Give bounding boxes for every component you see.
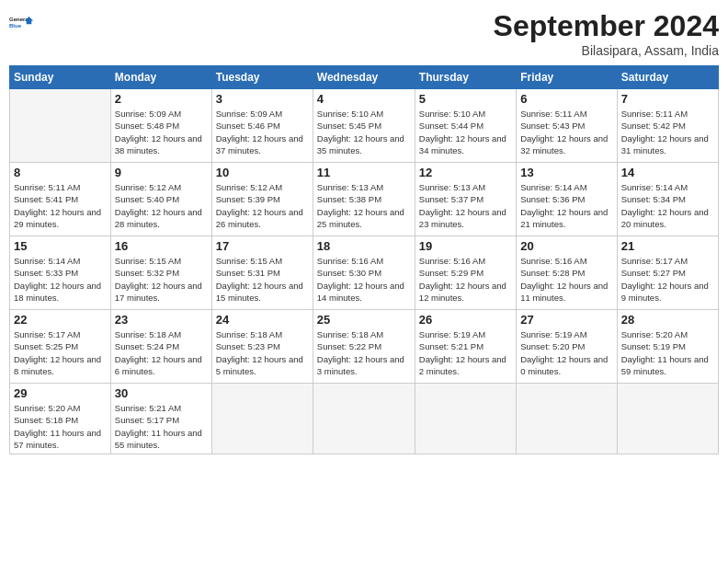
table-row: 29Sunrise: 5:20 AMSunset: 5:18 PMDayligh… xyxy=(10,384,719,454)
table-row: 22Sunrise: 5:17 AMSunset: 5:25 PMDayligh… xyxy=(10,310,719,384)
list-item: 18Sunrise: 5:16 AMSunset: 5:30 PMDayligh… xyxy=(313,236,415,310)
calendar-table: Sunday Monday Tuesday Wednesday Thursday… xyxy=(9,65,719,454)
col-saturday: Saturday xyxy=(617,66,718,89)
list-item: 11Sunrise: 5:13 AMSunset: 5:38 PMDayligh… xyxy=(313,163,415,236)
list-item: 7Sunrise: 5:11 AMSunset: 5:42 PMDaylight… xyxy=(617,89,718,163)
list-item: 21Sunrise: 5:17 AMSunset: 5:27 PMDayligh… xyxy=(617,236,718,310)
list-item: 27Sunrise: 5:19 AMSunset: 5:20 PMDayligh… xyxy=(517,310,617,384)
page-header: GeneralBlue September 2024 Bilasipara, A… xyxy=(9,9,719,58)
list-item: 17Sunrise: 5:15 AMSunset: 5:31 PMDayligh… xyxy=(211,236,313,310)
logo-icon: GeneralBlue xyxy=(9,9,35,35)
svg-text:Blue: Blue xyxy=(9,23,22,29)
col-friday: Friday xyxy=(517,66,617,89)
location: Bilasipara, Assam, India xyxy=(494,43,719,58)
list-item: 15Sunrise: 5:14 AMSunset: 5:33 PMDayligh… xyxy=(10,236,111,310)
list-item: 23Sunrise: 5:18 AMSunset: 5:24 PMDayligh… xyxy=(110,310,211,384)
list-item: 2Sunrise: 5:09 AMSunset: 5:48 PMDaylight… xyxy=(110,89,211,163)
logo: GeneralBlue xyxy=(9,9,35,35)
list-item: 12Sunrise: 5:13 AMSunset: 5:37 PMDayligh… xyxy=(415,163,516,236)
list-item: 3Sunrise: 5:09 AMSunset: 5:46 PMDaylight… xyxy=(211,89,313,163)
list-item: 5Sunrise: 5:10 AMSunset: 5:44 PMDaylight… xyxy=(415,89,516,163)
list-item: 4Sunrise: 5:10 AMSunset: 5:45 PMDaylight… xyxy=(313,89,415,163)
header-row: Sunday Monday Tuesday Wednesday Thursday… xyxy=(10,66,719,89)
list-item: 14Sunrise: 5:14 AMSunset: 5:34 PMDayligh… xyxy=(617,163,718,236)
list-item: 22Sunrise: 5:17 AMSunset: 5:25 PMDayligh… xyxy=(10,310,111,384)
col-monday: Monday xyxy=(110,66,211,89)
table-row: 15Sunrise: 5:14 AMSunset: 5:33 PMDayligh… xyxy=(10,236,719,310)
list-item: 29Sunrise: 5:20 AMSunset: 5:18 PMDayligh… xyxy=(10,384,111,454)
list-item: 20Sunrise: 5:16 AMSunset: 5:28 PMDayligh… xyxy=(517,236,617,310)
col-sunday: Sunday xyxy=(10,66,111,89)
list-item: 28Sunrise: 5:20 AMSunset: 5:19 PMDayligh… xyxy=(617,310,718,384)
list-item: 16Sunrise: 5:15 AMSunset: 5:32 PMDayligh… xyxy=(110,236,211,310)
list-item: 25Sunrise: 5:18 AMSunset: 5:22 PMDayligh… xyxy=(313,310,415,384)
empty-cell xyxy=(211,384,313,454)
list-item: 24Sunrise: 5:18 AMSunset: 5:23 PMDayligh… xyxy=(211,310,313,384)
list-item: 10Sunrise: 5:12 AMSunset: 5:39 PMDayligh… xyxy=(211,163,313,236)
empty-cell xyxy=(415,384,516,454)
title-block: September 2024 Bilasipara, Assam, India xyxy=(494,9,719,58)
list-item: 6Sunrise: 5:11 AMSunset: 5:43 PMDaylight… xyxy=(517,89,617,163)
list-item: 26Sunrise: 5:19 AMSunset: 5:21 PMDayligh… xyxy=(415,310,516,384)
col-wednesday: Wednesday xyxy=(313,66,415,89)
col-tuesday: Tuesday xyxy=(211,66,313,89)
month-title: September 2024 xyxy=(494,9,719,43)
empty-cell xyxy=(517,384,617,454)
list-item: 8Sunrise: 5:11 AMSunset: 5:41 PMDaylight… xyxy=(10,163,111,236)
list-item: 13Sunrise: 5:14 AMSunset: 5:36 PMDayligh… xyxy=(517,163,617,236)
list-item: 19Sunrise: 5:16 AMSunset: 5:29 PMDayligh… xyxy=(415,236,516,310)
empty-cell xyxy=(617,384,718,454)
empty-cell xyxy=(313,384,415,454)
list-item: 30Sunrise: 5:21 AMSunset: 5:17 PMDayligh… xyxy=(110,384,211,454)
list-item: 9Sunrise: 5:12 AMSunset: 5:40 PMDaylight… xyxy=(110,163,211,236)
table-row: 8Sunrise: 5:11 AMSunset: 5:41 PMDaylight… xyxy=(10,163,719,236)
col-thursday: Thursday xyxy=(415,66,516,89)
empty-cell xyxy=(10,89,111,163)
table-row: 2Sunrise: 5:09 AMSunset: 5:48 PMDaylight… xyxy=(10,89,719,163)
